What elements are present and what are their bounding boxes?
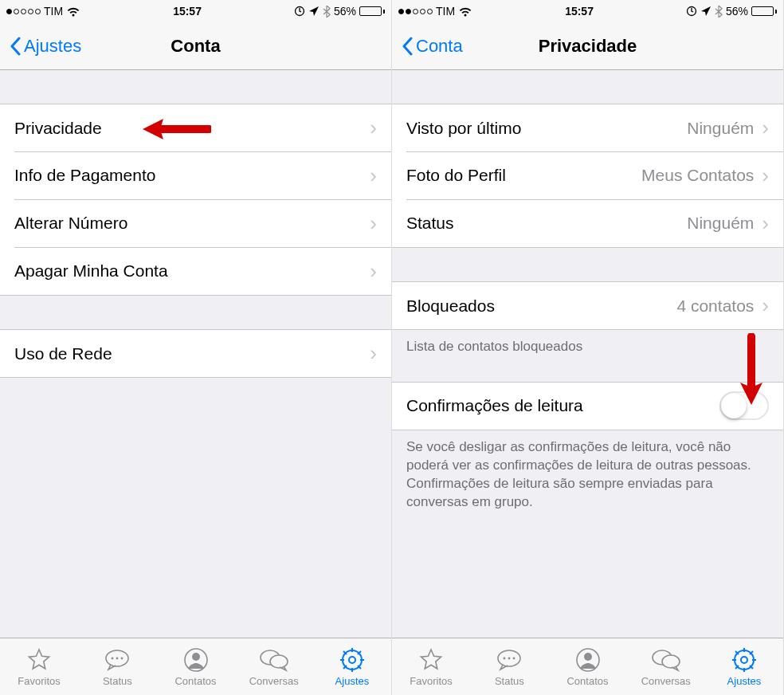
red-arrow-annotation <box>139 116 211 143</box>
tab-contacts[interactable]: Contatos <box>548 638 626 695</box>
chevron-right-icon: › <box>762 211 769 236</box>
status-icon <box>103 646 131 673</box>
battery-percent: 56% <box>334 5 356 18</box>
row-label: Status <box>406 214 687 233</box>
back-button[interactable]: Ajustes <box>10 36 81 57</box>
svg-point-25 <box>584 653 592 661</box>
row-label: Visto por último <box>406 119 687 138</box>
tab-favorites[interactable]: Favoritos <box>0 638 78 695</box>
row-label: Bloqueados <box>406 296 676 316</box>
row-payment-info[interactable]: Info de Pagamento › <box>0 151 391 199</box>
star-icon <box>26 646 52 673</box>
row-change-number[interactable]: Alterar Número › <box>0 199 391 247</box>
gear-icon <box>731 646 757 673</box>
chevron-right-icon: › <box>762 163 769 188</box>
nav-bar: Ajustes Conta <box>0 22 391 70</box>
bluetooth-icon <box>323 6 331 18</box>
svg-point-2 <box>112 658 114 660</box>
tab-status[interactable]: Status <box>78 638 156 695</box>
tab-label: Favoritos <box>18 675 60 687</box>
chats-icon <box>651 646 681 673</box>
row-read-receipts: Confirmações de leitura <box>392 382 783 430</box>
row-value: 4 contatos <box>676 296 754 316</box>
svg-point-4 <box>121 658 123 660</box>
rotation-lock-icon <box>294 6 305 17</box>
tab-label: Ajustes <box>727 675 762 687</box>
tab-label: Status <box>495 675 524 687</box>
status-bar: TIM 15:57 56% <box>0 0 391 22</box>
row-last-seen[interactable]: Visto por último Ninguém › <box>392 104 783 151</box>
svg-point-3 <box>116 658 119 660</box>
tab-status[interactable]: Status <box>470 638 548 695</box>
tab-label: Contatos <box>566 675 608 687</box>
chevron-right-icon: › <box>762 116 769 140</box>
row-label: Apagar Minha Conta <box>14 261 370 281</box>
tab-chats[interactable]: Conversas <box>627 638 705 695</box>
chevron-right-icon: › <box>762 293 769 318</box>
row-value: Meus Contatos <box>641 166 754 185</box>
location-icon <box>308 6 319 17</box>
svg-point-29 <box>741 657 747 663</box>
contacts-icon <box>183 646 209 673</box>
contacts-icon <box>575 646 601 673</box>
tab-label: Conversas <box>641 675 691 687</box>
wifi-icon <box>66 6 80 17</box>
red-arrow-annotation <box>735 333 767 408</box>
tab-label: Contatos <box>174 675 216 687</box>
status-bar: TIM 15:57 56% <box>392 0 783 22</box>
carrier-label: TIM <box>44 5 63 18</box>
carrier-label: TIM <box>436 5 455 18</box>
chevron-right-icon: › <box>370 259 377 284</box>
row-label: Confirmações de leitura <box>406 396 719 415</box>
row-network-usage[interactable]: Uso de Rede › <box>0 329 391 377</box>
chevron-right-icon: › <box>370 211 377 236</box>
row-status[interactable]: Status Ninguém › <box>392 199 783 247</box>
tab-label: Ajustes <box>335 675 370 687</box>
clock: 15:57 <box>173 5 202 18</box>
tab-label: Status <box>103 675 132 687</box>
right-screenshot: TIM 15:57 56% Conta Privacidade Visto po… <box>392 0 784 695</box>
rotation-lock-icon <box>686 6 697 17</box>
row-delete-account[interactable]: Apagar Minha Conta › <box>0 247 391 295</box>
back-label: Ajustes <box>24 36 81 57</box>
tab-chats[interactable]: Conversas <box>235 638 313 695</box>
svg-point-27 <box>662 655 680 668</box>
chevron-left-icon <box>402 37 413 56</box>
svg-point-21 <box>504 658 506 660</box>
back-label: Conta <box>416 36 463 57</box>
battery-percent: 56% <box>726 5 748 18</box>
chevron-right-icon: › <box>370 341 377 366</box>
read-receipts-footer: Se você desligar as confirmações de leit… <box>392 430 783 512</box>
wifi-icon <box>458 6 472 17</box>
row-privacy[interactable]: Privacidade › <box>0 104 391 151</box>
chevron-right-icon: › <box>370 163 377 188</box>
row-blocked[interactable]: Bloqueados 4 contatos › <box>392 281 783 329</box>
location-icon <box>700 6 711 17</box>
row-value: Ninguém <box>687 119 754 138</box>
left-screenshot: TIM 15:57 56% Ajustes Conta Privacidade <box>0 0 392 695</box>
star-icon <box>418 646 444 673</box>
tab-bar: Favoritos Status Contatos Conversas Ajus… <box>0 638 391 695</box>
back-button[interactable]: Conta <box>402 36 463 57</box>
bluetooth-icon <box>715 6 723 18</box>
tab-contacts[interactable]: Contatos <box>156 638 234 695</box>
svg-point-6 <box>192 653 200 661</box>
gear-icon <box>339 646 365 673</box>
row-profile-photo[interactable]: Foto do Perfil Meus Contatos › <box>392 151 783 199</box>
row-label: Alterar Número <box>14 214 370 233</box>
svg-point-8 <box>270 655 288 668</box>
cell-signal-icon <box>398 9 433 14</box>
tab-label: Conversas <box>249 675 299 687</box>
svg-point-10 <box>349 657 355 663</box>
battery-icon <box>359 6 385 16</box>
tab-favorites[interactable]: Favoritos <box>392 638 470 695</box>
tab-settings[interactable]: Ajustes <box>705 638 783 695</box>
chats-icon <box>259 646 289 673</box>
status-icon <box>495 646 523 673</box>
clock: 15:57 <box>565 5 594 18</box>
svg-point-23 <box>513 658 515 660</box>
tab-settings[interactable]: Ajustes <box>313 638 391 695</box>
row-label: Info de Pagamento <box>14 166 370 185</box>
row-label: Uso de Rede <box>14 344 370 363</box>
blocked-footer: Lista de contatos bloqueados <box>392 330 783 356</box>
